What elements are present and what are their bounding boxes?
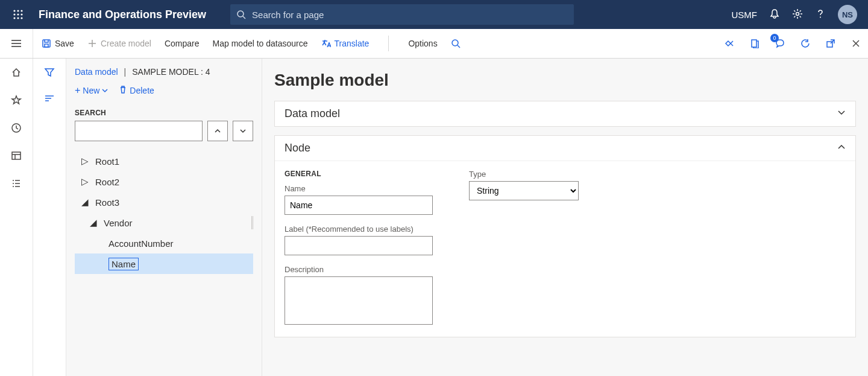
- app-launcher-icon[interactable]: [6, 10, 30, 19]
- messages-badge: 0: [770, 34, 779, 42]
- favorites-icon[interactable]: [10, 94, 23, 107]
- new-button[interactable]: + New: [75, 86, 108, 95]
- svg-point-12: [820, 16, 821, 18]
- label-input[interactable]: [285, 236, 433, 255]
- search-icon: [230, 10, 252, 19]
- action-bar: Save Create model Compare Map model to d…: [0, 29, 868, 59]
- model-tree: ▷ Root1 ▷ Root2 ◢ Root3 ◢ Vendor Account…: [75, 151, 253, 274]
- description-label: Description: [285, 265, 433, 274]
- tree-node-vendor[interactable]: ◢ Vendor: [75, 212, 253, 233]
- filter-icon[interactable]: [44, 67, 55, 80]
- name-input[interactable]: [285, 196, 433, 215]
- navigation-rail: [0, 59, 33, 376]
- collapse-icon[interactable]: ◢: [89, 217, 98, 228]
- svg-line-21: [458, 45, 460, 48]
- svg-rect-27: [12, 152, 20, 159]
- type-select[interactable]: String: [469, 181, 579, 200]
- options-button[interactable]: Options: [408, 39, 437, 48]
- chevron-down-icon: [837, 109, 846, 119]
- tree-search-input[interactable]: [75, 121, 203, 141]
- home-icon[interactable]: [10, 66, 23, 79]
- drag-handle-icon[interactable]: [250, 216, 253, 229]
- general-caption: GENERAL: [285, 170, 433, 178]
- recent-icon[interactable]: [10, 121, 23, 135]
- help-icon[interactable]: [815, 8, 826, 21]
- svg-point-20: [452, 40, 458, 46]
- node-card: Node GENERAL Name Label (*Recommended to…: [274, 135, 856, 337]
- gear-icon[interactable]: [792, 8, 803, 21]
- name-label: Name: [285, 184, 433, 193]
- close-icon[interactable]: [850, 37, 862, 49]
- svg-rect-17: [45, 44, 48, 47]
- search-next-button[interactable]: [233, 121, 253, 141]
- action-divider: [388, 36, 389, 51]
- expand-nav-icon[interactable]: [0, 29, 33, 58]
- tree-node-root2[interactable]: ▷ Root2: [75, 171, 253, 192]
- tree-node-accountnumber[interactable]: AccountNumber: [75, 233, 253, 253]
- workspaces-icon[interactable]: [10, 149, 23, 162]
- related-icon[interactable]: [723, 37, 735, 49]
- svg-point-1: [17, 10, 19, 11]
- create-model-button: Create model: [87, 39, 151, 48]
- breadcrumb-current: SAMPLE MODEL : 4: [132, 67, 210, 77]
- compare-button[interactable]: Compare: [165, 39, 200, 48]
- svg-point-11: [796, 12, 799, 15]
- popout-icon[interactable]: [825, 37, 837, 49]
- tree-node-name[interactable]: Name: [75, 253, 253, 274]
- tree-node-root3[interactable]: ◢ Root3: [75, 192, 253, 212]
- svg-point-2: [20, 10, 22, 11]
- main-content: Sample model Data model Node GENERAL: [262, 59, 868, 376]
- actionbar-search-icon[interactable]: [451, 39, 461, 48]
- svg-rect-16: [43, 40, 50, 47]
- global-search-placeholder: Search for a page: [252, 10, 324, 20]
- svg-point-0: [13, 10, 15, 11]
- sort-icon[interactable]: [44, 94, 55, 104]
- filter-rail: [33, 59, 66, 376]
- svg-point-8: [20, 17, 22, 19]
- search-label: SEARCH: [75, 109, 253, 117]
- breadcrumb-link[interactable]: Data model: [75, 67, 118, 77]
- refresh-icon[interactable]: [799, 37, 811, 49]
- modules-icon[interactable]: [10, 177, 23, 190]
- svg-point-6: [13, 17, 15, 19]
- svg-point-9: [237, 11, 244, 17]
- save-button[interactable]: Save: [42, 39, 74, 48]
- expand-icon[interactable]: ▷: [81, 156, 89, 167]
- svg-point-5: [20, 13, 22, 15]
- messages-icon[interactable]: 0: [774, 37, 786, 49]
- delete-button[interactable]: Delete: [119, 85, 154, 95]
- app-title: Finance and Operations Preview: [30, 8, 230, 21]
- tree-panel: Data model | SAMPLE MODEL : 4 + New Dele…: [66, 59, 262, 376]
- global-search[interactable]: Search for a page: [230, 4, 574, 25]
- tree-node-root1[interactable]: ▷ Root1: [75, 151, 253, 171]
- svg-line-10: [243, 16, 245, 19]
- svg-rect-22: [752, 40, 756, 47]
- save-icon: [42, 39, 51, 48]
- company-code[interactable]: USMF: [732, 10, 758, 20]
- notifications-icon[interactable]: [769, 8, 780, 21]
- plus-icon: [87, 39, 97, 48]
- translate-icon: [321, 39, 331, 48]
- map-model-button[interactable]: Map model to datasource: [213, 39, 308, 48]
- top-app-bar: Finance and Operations Preview Search fo…: [0, 0, 868, 29]
- search-prev-button[interactable]: [207, 121, 228, 141]
- translate-button[interactable]: Translate: [321, 39, 370, 48]
- description-input[interactable]: [285, 276, 433, 325]
- attachments-icon[interactable]: [749, 37, 761, 49]
- label-label: Label (*Recommended to use labels): [285, 225, 433, 234]
- trash-icon: [119, 85, 127, 95]
- waffle-icon: [13, 10, 23, 19]
- plus-icon: +: [75, 86, 80, 95]
- svg-point-3: [13, 13, 15, 15]
- data-model-card: Data model: [274, 101, 856, 127]
- data-model-card-header[interactable]: Data model: [275, 101, 855, 126]
- user-avatar[interactable]: NS: [838, 5, 857, 24]
- type-label: Type: [469, 170, 579, 179]
- expand-icon[interactable]: ▷: [81, 176, 89, 187]
- chevron-up-icon: [214, 127, 221, 135]
- node-card-header[interactable]: Node: [275, 136, 855, 161]
- svg-point-4: [17, 13, 19, 15]
- chevron-up-icon: [837, 143, 846, 153]
- collapse-icon[interactable]: ◢: [81, 197, 89, 208]
- page-title: Sample model: [274, 71, 856, 90]
